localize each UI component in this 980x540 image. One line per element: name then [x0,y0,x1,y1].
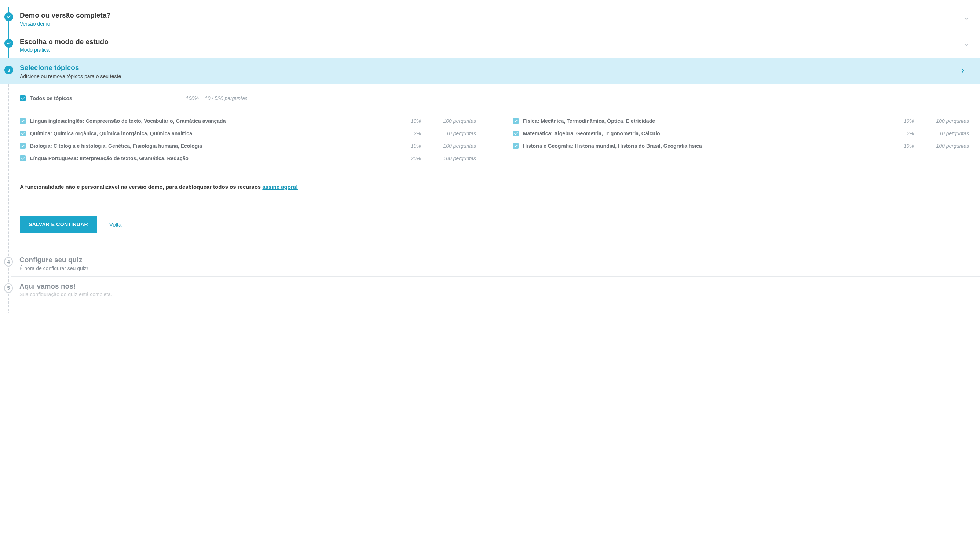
all-topics-questions: 10 / 520 perguntas [205,95,260,101]
topic-label: Biologia: Citologia e histologia, Genéti… [30,143,403,149]
topic-label: Física: Mecânica, Termodinâmica, Óptica,… [523,118,896,124]
step-title: Demo ou versão completa? [20,11,111,20]
save-continue-button[interactable]: SALVAR E CONTINUAR [20,216,97,233]
topic-pct: 2% [403,130,421,137]
topic-row[interactable]: Física: Mecânica, Termodinâmica, Óptica,… [513,115,969,127]
checkbox-all-topics[interactable] [20,95,25,101]
topic-pct: 19% [403,118,421,124]
step-number-badge: 3 [5,66,13,75]
step-select-topics-body: Todos os tópicos 100% 10 / 520 perguntas… [20,84,980,248]
topic-questions: 100 perguntas [929,143,969,149]
step-subtitle: Versão demo [20,21,111,27]
step-select-topics[interactable]: 3 Selecione tópicos Adicione ou remova t… [0,58,980,84]
topic-row[interactable]: História e Geografia: História mundial, … [513,140,969,152]
checkbox-topic[interactable] [20,118,25,124]
step-number-badge: 4 [4,257,13,267]
checkbox-topic[interactable] [20,130,25,137]
checkbox-topic[interactable] [513,143,519,149]
topic-questions: 10 perguntas [436,130,476,137]
all-topics-row[interactable]: Todos os tópicos 100% 10 / 520 perguntas [20,93,969,108]
step-subtitle: Adicione ou remova tópicos para o seu te… [20,73,121,79]
topic-row[interactable]: Biologia: Citologia e histologia, Genéti… [20,140,476,152]
step-subtitle: É hora de configurar seu quiz! [19,265,88,271]
topic-questions: 100 perguntas [436,143,476,149]
step-subtitle: Sua configuração do quiz está completa. [19,291,112,297]
demo-restriction-note: A funcionalidade não é personalizável na… [20,184,969,190]
topic-pct: 20% [403,156,421,161]
checkbox-topic[interactable] [513,118,519,124]
topic-pct: 19% [896,118,914,124]
step-ready[interactable]: 5 Aqui vamos nós! Sua configuração do qu… [0,277,980,299]
topic-label: Língua Portuguesa: Interpretação de text… [30,156,403,161]
topic-row[interactable]: Química: Química orgânica, Química inorg… [20,127,476,140]
step-number-badge: 5 [4,283,13,293]
step-demo-version[interactable]: Demo ou versão completa? Versão demo [0,4,980,32]
chevron-right-icon [960,68,965,75]
step-study-mode[interactable]: Escolha o modo de estudo Modo prática [0,32,980,59]
all-topics-label: Todos os tópicos [30,95,177,101]
topic-pct: 2% [896,130,914,137]
topic-questions: 100 perguntas [436,156,476,161]
check-icon [5,39,13,48]
checkbox-topic[interactable] [513,130,519,137]
demo-note-text: A funcionalidade não é personalizável na… [20,184,262,190]
topic-row[interactable]: Língua inglesa:Inglês: Compreensão de te… [20,115,476,127]
step-title: Escolha o modo de estudo [20,37,108,46]
topic-label: História e Geografia: História mundial, … [523,143,896,149]
topics-grid: Língua inglesa:Inglês: Compreensão de te… [20,108,969,168]
topic-label: Língua inglesa:Inglês: Compreensão de te… [30,118,403,124]
topic-questions: 100 perguntas [436,118,476,124]
step-title: Selecione tópicos [20,64,121,73]
back-link[interactable]: Voltar [109,221,123,228]
checkbox-topic[interactable] [20,156,25,161]
topic-label: Matemática: Álgebra, Geometria, Trigonom… [523,130,896,137]
subscribe-now-link[interactable]: assine agora! [262,184,298,190]
chevron-down-icon [964,16,969,22]
topic-pct: 19% [403,143,421,149]
check-icon [5,13,13,21]
topic-row[interactable]: Língua Portuguesa: Interpretação de text… [20,152,476,165]
topic-label: Química: Química orgânica, Química inorg… [30,130,403,137]
step-title: Configure seu quiz [19,256,88,265]
checkbox-topic[interactable] [20,143,25,149]
topic-row[interactable]: Matemática: Álgebra, Geometria, Trigonom… [513,127,969,140]
topic-questions: 10 perguntas [929,130,969,137]
step-configure-quiz[interactable]: 4 Configure seu quiz É hora de configura… [0,248,980,276]
topic-questions: 100 perguntas [929,118,969,124]
step-subtitle: Modo prática [20,47,108,53]
chevron-down-icon [964,42,969,48]
step-title: Aqui vamos nós! [19,282,112,291]
topic-pct: 19% [896,143,914,149]
all-topics-pct: 100% [177,95,199,101]
